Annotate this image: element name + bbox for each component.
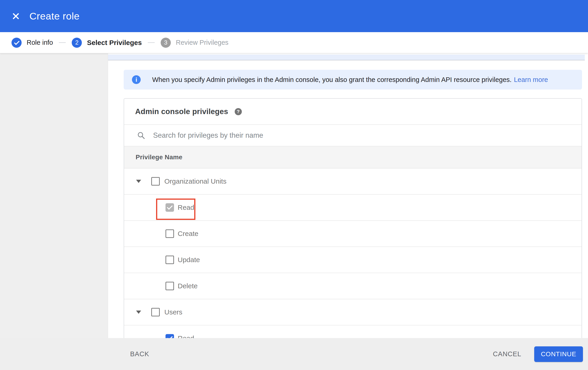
dialog-body: i When you specify Admin privileges in t… bbox=[0, 53, 588, 338]
column-header: Privilege Name bbox=[136, 154, 182, 161]
step-divider bbox=[148, 42, 155, 43]
privilege-checkbox[interactable] bbox=[166, 203, 174, 212]
table-row: Read bbox=[124, 195, 582, 221]
dialog-header: Create role bbox=[0, 0, 588, 32]
scrollbar-track[interactable] bbox=[585, 53, 588, 338]
table-row: Create bbox=[124, 221, 582, 247]
table-row: Users bbox=[124, 299, 582, 325]
privilege-label: Read bbox=[178, 334, 194, 338]
learn-more-link[interactable]: Learn more bbox=[514, 76, 548, 83]
step-label: Review Privileges bbox=[176, 39, 229, 46]
step-divider bbox=[59, 42, 66, 43]
privilege-checkbox[interactable] bbox=[151, 177, 160, 186]
admin-privileges-card: Admin console privileges ? Privilege Nam… bbox=[124, 98, 582, 338]
step-check-icon bbox=[11, 38, 21, 48]
help-icon[interactable]: ? bbox=[235, 108, 242, 115]
step-number: 2 bbox=[72, 38, 82, 48]
step-review-privileges[interactable]: 3 Review Privileges bbox=[161, 38, 229, 48]
dialog-title: Create role bbox=[29, 10, 80, 22]
privilege-label: Delete bbox=[178, 282, 198, 290]
banner-text: When you specify Admin privileges in the… bbox=[152, 76, 548, 84]
card-title-row: Admin console privileges ? bbox=[124, 99, 582, 125]
privilege-checkbox[interactable] bbox=[166, 334, 174, 338]
table-row: Update bbox=[124, 247, 582, 273]
step-label: Select Privileges bbox=[87, 39, 142, 47]
search-icon bbox=[137, 131, 145, 140]
privilege-label: Update bbox=[178, 256, 200, 264]
scrolled-content-strip bbox=[108, 55, 585, 60]
step-select-privileges[interactable]: 2 Select Privileges bbox=[72, 38, 142, 48]
privilege-label: Organizational Units bbox=[164, 177, 226, 185]
privilege-checkbox[interactable] bbox=[166, 256, 174, 264]
privilege-checkbox[interactable] bbox=[166, 282, 174, 290]
step-role-info[interactable]: Role info bbox=[11, 38, 53, 48]
continue-button[interactable]: CONTINUE bbox=[534, 346, 583, 362]
privilege-label: Users bbox=[164, 308, 182, 316]
banner-message: When you specify Admin privileges in the… bbox=[152, 76, 512, 83]
info-banner: i When you specify Admin privileges in t… bbox=[124, 70, 582, 90]
collapse-arrow-icon[interactable] bbox=[136, 180, 141, 183]
collapse-arrow-icon[interactable] bbox=[136, 310, 141, 314]
privilege-label: Read bbox=[178, 204, 194, 211]
stepper: Role info 2 Select Privileges 3 Review P… bbox=[0, 32, 588, 53]
table-row: Read bbox=[124, 325, 582, 338]
privilege-checkbox[interactable] bbox=[166, 230, 174, 238]
info-icon: i bbox=[132, 75, 141, 84]
step-number: 3 bbox=[161, 38, 171, 48]
back-button[interactable]: BACK bbox=[130, 350, 149, 358]
step-label: Role info bbox=[27, 39, 53, 46]
search-row bbox=[124, 125, 582, 146]
card-title: Admin console privileges bbox=[135, 107, 228, 116]
left-panel bbox=[0, 53, 108, 338]
table-row: Delete bbox=[124, 273, 582, 299]
cancel-button[interactable]: CANCEL bbox=[493, 350, 521, 358]
search-input[interactable] bbox=[153, 131, 498, 140]
footer-actions: CANCEL CONTINUE bbox=[493, 346, 588, 362]
dialog-footer: BACK CANCEL CONTINUE bbox=[0, 338, 588, 370]
close-icon[interactable] bbox=[9, 10, 22, 22]
table-row: Organizational Units bbox=[124, 169, 582, 195]
privilege-checkbox[interactable] bbox=[151, 308, 160, 317]
table-header: Privilege Name bbox=[124, 146, 582, 169]
privilege-label: Create bbox=[178, 230, 198, 238]
